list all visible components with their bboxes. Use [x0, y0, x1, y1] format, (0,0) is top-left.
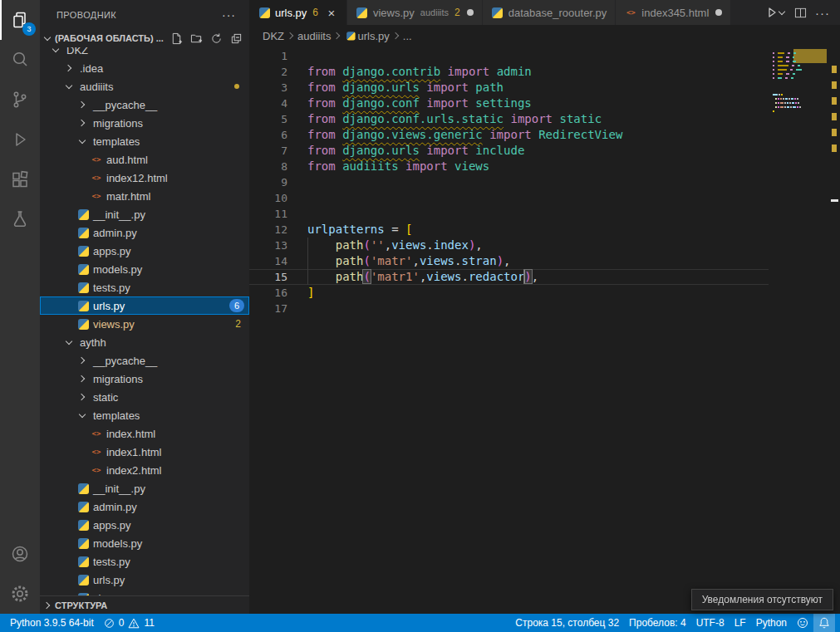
code-line-3[interactable]: 3from django.urls import path: [249, 80, 769, 96]
split-editor-button[interactable]: [794, 7, 807, 19]
code-line-11[interactable]: 11: [249, 206, 769, 222]
code-line-4[interactable]: 4from django.conf import settings: [249, 96, 769, 111]
tree-item-tests.py[interactable]: tests.py: [40, 278, 249, 296]
collapse-all-icon[interactable]: [229, 32, 243, 45]
tree-item-admin.py[interactable]: admin.py: [40, 223, 249, 242]
feedback-icon[interactable]: [792, 614, 813, 632]
line-number[interactable]: 3: [249, 80, 287, 96]
tree-item-urls.py[interactable]: urls.py: [40, 571, 249, 589]
tree-item-aythh[interactable]: aythh: [40, 333, 249, 351]
breadcrumb-item-urls.py[interactable]: urls.py: [344, 29, 389, 42]
code-line-9[interactable]: 9: [249, 174, 769, 190]
encoding-status[interactable]: UTF-8: [691, 614, 729, 632]
workspace-section-header[interactable]: (РАБОЧАЯ ОБЛАСТЬ) ...: [40, 29, 249, 47]
line-number[interactable]: 17: [249, 301, 287, 316]
tab-urls.py[interactable]: urls.py6×: [249, 0, 347, 25]
tree-item-views.py[interactable]: views.py: [40, 589, 249, 595]
line-number[interactable]: 13: [249, 238, 287, 253]
tree-item-templates[interactable]: templates: [40, 406, 249, 424]
code-line-2[interactable]: 2from django.contrib import admin: [249, 64, 769, 80]
minimap[interactable]: [770, 48, 828, 119]
line-number[interactable]: 8: [249, 159, 287, 174]
line-number[interactable]: 12: [249, 222, 287, 238]
breadcrumb-item-audiiits[interactable]: audiiits: [297, 30, 331, 42]
extensions-icon[interactable]: [0, 159, 40, 199]
tree-item-audiiits[interactable]: audiiits: [40, 77, 249, 96]
code-line-5[interactable]: 5from django.conf.urls.static import sta…: [249, 111, 769, 127]
line-number[interactable]: 6: [249, 127, 287, 143]
tree-item-apps.py[interactable]: apps.py: [40, 242, 249, 260]
explorer-icon[interactable]: 3: [0, 0, 40, 40]
tree-item-aud.html[interactable]: <>aud.html: [40, 150, 249, 169]
eol-status[interactable]: LF: [729, 614, 751, 632]
tree-item-tests.py[interactable]: tests.py: [40, 552, 249, 571]
more-actions-button[interactable]: ···: [815, 6, 830, 20]
tree-item-__pycache__[interactable]: __pycache__: [40, 96, 249, 114]
tree-item-index2.html[interactable]: <>index2.html: [40, 461, 249, 479]
breadcrumb-item-...[interactable]: ...: [403, 30, 412, 42]
tree-item-models.py[interactable]: models.py: [40, 260, 249, 278]
line-number[interactable]: 7: [249, 143, 287, 159]
run-dropdown-icon[interactable]: [778, 8, 786, 17]
run-debug-icon[interactable]: [0, 120, 40, 159]
code-editor[interactable]: 12from django.contrib import admin3from …: [249, 47, 840, 614]
line-number[interactable]: 4: [249, 96, 287, 111]
tree-item-urls.py[interactable]: urls.py6: [40, 296, 249, 315]
source-control-icon[interactable]: [0, 80, 40, 120]
problems-status[interactable]: 0 11: [99, 614, 160, 632]
language-mode-status[interactable]: Python: [751, 614, 792, 632]
account-icon[interactable]: [0, 534, 40, 574]
tab-database_roouter.py[interactable]: database_roouter.py: [483, 0, 616, 25]
line-number[interactable]: 11: [249, 206, 287, 222]
code-line-17[interactable]: 17: [249, 301, 769, 316]
tree-item-models.py[interactable]: models.py: [40, 534, 249, 552]
code-line-8[interactable]: 8from audiiits import views: [249, 159, 769, 174]
settings-gear-icon[interactable]: [0, 574, 40, 614]
tree-item-static[interactable]: static: [40, 388, 249, 406]
run-button[interactable]: [766, 7, 786, 18]
cursor-position-status[interactable]: Строка 15, столбец 32: [510, 614, 624, 632]
line-number[interactable]: 5: [249, 111, 287, 127]
tree-item-__init__.py[interactable]: __init__.py: [40, 205, 249, 223]
code-line-1[interactable]: 1: [249, 48, 769, 64]
code-line-12[interactable]: 12urlpatterns = [: [249, 222, 769, 238]
new-folder-icon[interactable]: [189, 32, 203, 45]
notifications-bell-icon[interactable]: [813, 614, 835, 632]
line-number[interactable]: 9: [249, 174, 287, 190]
code-line-6[interactable]: 6from django.views.generic import Redire…: [249, 127, 769, 143]
code-line-7[interactable]: 7from django.urls import include: [249, 143, 769, 159]
tree-item-apps.py[interactable]: apps.py: [40, 516, 249, 534]
line-number[interactable]: 1: [249, 48, 287, 64]
breadcrumb-item-DKZ[interactable]: DKZ: [263, 30, 284, 42]
search-icon[interactable]: [0, 40, 40, 80]
tree-item-DKZ[interactable]: DKZ: [40, 47, 249, 59]
indentation-status[interactable]: Пробелов: 4: [624, 614, 691, 632]
refresh-icon[interactable]: [209, 32, 223, 45]
line-number[interactable]: 10: [249, 190, 287, 206]
python-interpreter-status[interactable]: Python 3.9.5 64-bit: [5, 614, 99, 632]
tab-views.py[interactable]: views.pyaudiiits2: [347, 0, 483, 25]
tree-item-__init__.py[interactable]: __init__.py: [40, 479, 249, 497]
code-line-13[interactable]: 13 path('',views.index),: [249, 238, 769, 253]
line-number[interactable]: 14: [249, 253, 287, 269]
tree-item-matr.html[interactable]: <>matr.html: [40, 187, 249, 205]
code-line-15[interactable]: 15 path('matr1',views.redactor),: [249, 269, 769, 285]
line-number[interactable]: 2: [249, 64, 287, 80]
close-icon[interactable]: ×: [325, 6, 338, 20]
tree-item-index.html[interactable]: <>index.html: [40, 424, 249, 443]
code-area[interactable]: 12from django.contrib import admin3from …: [249, 47, 840, 316]
tab-index345.html[interactable]: <>index345.html: [616, 0, 731, 25]
scrollbar-overview-ruler[interactable]: [828, 47, 840, 614]
tree-item-views.py[interactable]: views.py2: [40, 315, 249, 333]
code-line-10[interactable]: 10: [249, 190, 769, 206]
code-line-14[interactable]: 14 path('matr',views.stran),: [249, 253, 769, 269]
sidebar-more-icon[interactable]: ···: [222, 8, 236, 22]
tree-item-admin.py[interactable]: admin.py: [40, 497, 249, 516]
tree-item-index1.html[interactable]: <>index1.html: [40, 443, 249, 461]
tree-item-migrations[interactable]: migrations: [40, 114, 249, 132]
testing-icon[interactable]: [0, 199, 40, 239]
tree-item-index12.html[interactable]: <>index12.html: [40, 169, 249, 187]
line-number[interactable]: 15: [249, 269, 287, 285]
code-line-16[interactable]: 16]: [249, 285, 769, 301]
tree-item-.idea[interactable]: .idea: [40, 59, 249, 77]
